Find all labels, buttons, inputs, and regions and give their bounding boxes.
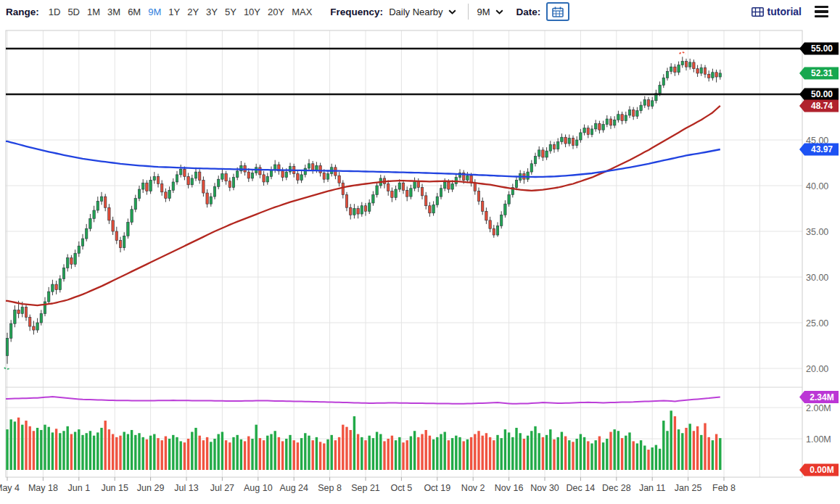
candle-body: [266, 176, 268, 182]
candle-body: [621, 115, 623, 121]
volume-bar: [436, 437, 438, 470]
x-axis-label: May 4: [0, 483, 20, 493]
range-option-6m[interactable]: 6M: [128, 7, 141, 17]
tutorial-link[interactable]: tutorial: [752, 6, 802, 17]
volume-bar: [194, 428, 197, 470]
range-option-10y[interactable]: 10Y: [244, 7, 260, 17]
range-option-5d[interactable]: 5D: [67, 7, 80, 17]
date-label: Date:: [516, 7, 541, 17]
volume-axis-label: 1.00M: [806, 434, 831, 445]
candle-body: [134, 199, 136, 210]
volume-bar: [572, 442, 574, 470]
volume-bar: [549, 429, 551, 470]
candle-body: [576, 140, 578, 146]
candle-body: [636, 111, 638, 117]
volume-bar: [628, 432, 630, 470]
volume-bar: [501, 438, 503, 470]
volume-bar: [542, 437, 544, 470]
volume-bar: [429, 436, 431, 470]
volume-bar: [319, 442, 321, 470]
chevron-down-icon: [448, 9, 456, 15]
candle-body: [666, 72, 668, 78]
x-axis-label: Sep 8: [318, 483, 342, 493]
range-option-3y[interactable]: 3Y: [206, 7, 218, 17]
hamburger-menu-button[interactable]: [813, 2, 830, 21]
price-tag-text: 43.97: [811, 144, 833, 154]
price-tag-text: 50.00: [811, 89, 833, 99]
volume-bar: [244, 441, 246, 470]
volume-bar: [413, 431, 416, 470]
chart-plot-area[interactable]: [6, 30, 802, 477]
candle-body: [127, 222, 129, 236]
volume-bar: [606, 439, 608, 470]
volume-bar: [689, 424, 691, 470]
volume-bar: [383, 441, 385, 470]
candle-body: [614, 120, 616, 125]
volume-bar: [368, 436, 371, 470]
volume-bar: [93, 436, 95, 470]
range-option-2y[interactable]: 2Y: [187, 7, 199, 17]
volume-bar: [557, 437, 559, 470]
x-axis-label: Feb 8: [712, 483, 736, 493]
volume-bar: [655, 445, 657, 470]
candle-body: [633, 110, 635, 116]
volume-bar: [149, 436, 152, 470]
price-tag-text: 55.00: [811, 44, 833, 54]
range-option-1m[interactable]: 1M: [87, 7, 100, 17]
volume-bar: [681, 433, 683, 470]
candle-body: [493, 228, 495, 235]
volume-bar: [519, 433, 522, 470]
period-value: 9M: [477, 7, 490, 17]
candle-body: [364, 206, 366, 212]
candle-body: [67, 258, 69, 268]
volume-bar: [534, 426, 536, 470]
volume-bar: [458, 437, 461, 470]
volume-bar: [712, 440, 714, 470]
volume-bar: [670, 410, 672, 470]
candle-body: [259, 168, 261, 175]
candle-body: [700, 67, 702, 73]
candle-body: [55, 284, 57, 290]
candle-body: [436, 197, 438, 205]
range-option-20y[interactable]: 20Y: [268, 7, 284, 17]
candle-body: [568, 138, 570, 144]
range-option-9m[interactable]: 9M: [148, 7, 161, 17]
price-chart[interactable]: 45.0040.0035.0030.0025.0020.002.00M1.00M…: [0, 23, 840, 504]
range-option-max[interactable]: MAX: [292, 7, 312, 17]
range-option-1y[interactable]: 1Y: [168, 7, 180, 17]
frequency-select[interactable]: Daily Nearby: [389, 7, 456, 17]
volume-bar: [647, 450, 649, 470]
candle-body: [29, 317, 31, 326]
range-option-3m[interactable]: 3M: [107, 7, 120, 17]
candle-body: [153, 176, 155, 180]
volume-bar: [666, 431, 668, 470]
candle-body: [587, 128, 589, 135]
range-option-5y[interactable]: 5Y: [225, 7, 236, 17]
candle-body: [527, 172, 529, 179]
candle-body: [606, 119, 608, 125]
candle-body: [678, 65, 680, 73]
volume-bar: [161, 440, 163, 470]
candle-body: [561, 137, 563, 141]
candle-body: [477, 191, 479, 202]
period-select[interactable]: 9M: [477, 7, 503, 17]
volume-bar: [504, 429, 506, 470]
candle-body: [538, 150, 540, 157]
volume-bar: [316, 437, 318, 470]
volume-bar: [225, 440, 227, 470]
volume-bar: [259, 438, 261, 470]
volume-bar: [643, 445, 646, 470]
volume-bar: [29, 426, 31, 470]
date-picker-button[interactable]: [546, 2, 569, 21]
volume-bar: [81, 435, 83, 470]
volume-bar: [157, 438, 159, 470]
candle-body: [300, 175, 302, 181]
candle-body: [515, 180, 517, 187]
volume-bar: [614, 429, 616, 470]
candle-body: [157, 176, 159, 183]
range-option-1d[interactable]: 1D: [49, 7, 61, 17]
volume-bar: [617, 431, 619, 470]
candle-body: [115, 231, 118, 241]
candle-body: [104, 197, 107, 207]
volume-bar: [633, 441, 635, 470]
